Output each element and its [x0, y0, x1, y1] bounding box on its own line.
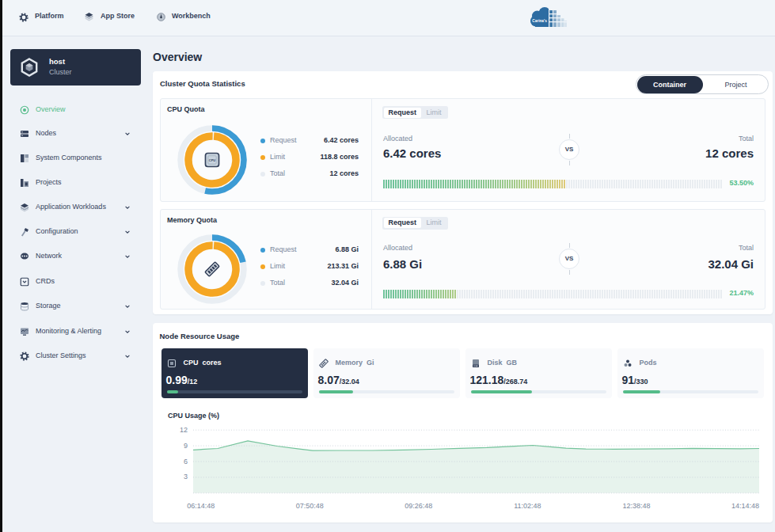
svg-text:Carina's: Carina's	[532, 19, 547, 23]
svg-text:CPU: CPU	[209, 158, 216, 162]
